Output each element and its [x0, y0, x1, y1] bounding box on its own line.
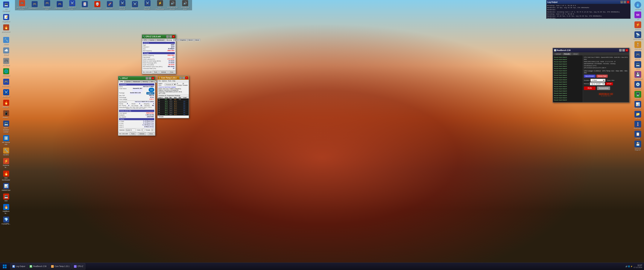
- realbench-max[interactable]: □: [622, 49, 625, 52]
- tab-spd[interactable]: SPD: [174, 39, 179, 41]
- taskbar-item-log-output[interactable]: 📝 Log Output: [10, 263, 27, 270]
- icon-listcell[interactable]: 📋 Listcell: [632, 130, 643, 140]
- icon-mom-backup[interactable]: 💾 Mom Backup: [632, 70, 643, 80]
- start-button[interactable]: [0, 263, 9, 270]
- icon-hp[interactable]: ℹ️ HP Device Info: [1, 135, 11, 146]
- top-icon-hearthstone[interactable]: 🃏 Hearthstone: [79, 1, 91, 10]
- top-icon-street-fighter[interactable]: 🎮 Street Fighter V Champio...: [16, 0, 28, 11]
- tab-memory-2[interactable]: Memory: [142, 80, 149, 83]
- icon-gaming-right[interactable]: 🎮 gaming...: [632, 51, 643, 60]
- tab-about[interactable]: About: [572, 53, 579, 55]
- top-icon-soundblood2[interactable]: 🔊 SoundBlood Blade: [179, 0, 191, 11]
- icon-nzxt[interactable]: 💻 NZXT Solution Center: [1, 120, 11, 133]
- icon-msi[interactable]: 💻 MSI: [1, 193, 11, 202]
- icon-aquasuite[interactable]: 💧 aquasuite: [632, 1, 643, 11]
- tab-mainboard-2[interactable]: Mainboard: [132, 80, 141, 83]
- ct-menu-tools[interactable]: Tools: [168, 80, 171, 82]
- icon-afterburner[interactable]: 🔥 Afterbur...: [1, 99, 11, 109]
- icon-jccheat[interactable]: 🎮 JC Cheat: [1, 57, 11, 67]
- icon-ramdisk[interactable]: 💿 RAMDISK: [632, 80, 643, 90]
- tab-upload[interactable]: Upload: [554, 53, 562, 55]
- core-temp-close[interactable]: ✕: [185, 76, 188, 79]
- threads-input[interactable]: [151, 129, 154, 131]
- icon-battlenet[interactable]: ⚔️ Battle.net: [1, 89, 11, 98]
- tab-spd-2[interactable]: SPD: [150, 80, 155, 83]
- ct-menu-help[interactable]: Help: [172, 80, 175, 82]
- top-icon-wow[interactable]: ⚔️ World of Warcraft: [116, 0, 128, 11]
- icon-icloud[interactable]: ☁️ iCloud: [1, 47, 11, 56]
- icon-hwinfo64[interactable]: 📊 HWiNFO64: [1, 182, 11, 192]
- icon-extreme[interactable]: ⚡ Extreme Te...: [1, 158, 11, 169]
- cpuz-memory-min[interactable]: _: [166, 35, 169, 38]
- icon-premu[interactable]: 📱 Premu...: [1, 110, 11, 119]
- tab-cpu-2[interactable]: CPU: [119, 80, 124, 83]
- icon-my-computer[interactable]: 💻 My Computer: [1, 1, 11, 13]
- cpuz-cpu-max[interactable]: □: [149, 77, 151, 79]
- top-icon-wow2[interactable]: ⚔️ World of Warcraft...: [141, 0, 154, 11]
- realbench-titlebar[interactable]: 📊 RealBench 2.56 _ □ ✕: [553, 48, 629, 52]
- icon-core-temp-right[interactable]: 🌡️ Core temp: [632, 41, 643, 50]
- core-temp-min[interactable]: _: [179, 76, 182, 79]
- icon-litexare[interactable]: 📁 LiteXare: [632, 110, 643, 120]
- cpuz-cpu-tools-btn[interactable]: Tools: [130, 132, 136, 135]
- ct-menu-options[interactable]: Options: [162, 80, 167, 82]
- tab-caches-2[interactable]: Caches: [124, 80, 132, 83]
- icon-asus-right[interactable]: 💻 ASUS: [632, 61, 643, 70]
- icon-nvidia-right[interactable]: 🖥️ nvidia...: [632, 90, 643, 100]
- stress-test-button[interactable]: Stress Test: [596, 75, 608, 78]
- tab-mainboard[interactable]: Mainboard: [156, 39, 165, 41]
- cpuz-tools-btn[interactable]: Tools: [152, 71, 159, 73]
- log-output-titlebar[interactable]: Log Output _ □ ✕: [546, 0, 630, 4]
- icon-extreme-right[interactable]: ⚡ Extreme: [632, 21, 643, 30]
- check-intel-driver[interactable]: Check for Intel Driver Updates: [158, 86, 188, 88]
- icon-pageboss[interactable]: 📝 PageBoss: [1, 14, 11, 23]
- cpuz-close-btn[interactable]: Close: [168, 71, 175, 73]
- icon-intelburn[interactable]: 🔥 IntelBurn Te...: [1, 203, 11, 215]
- icon-otrawn[interactable]: 🌐 OTRAWN: [1, 68, 11, 77]
- cpuz-memory-max[interactable]: □: [169, 35, 172, 38]
- icon-msi-kombustor[interactable]: 🔥 MSI Kombustor: [1, 170, 11, 182]
- cpuz-cpu-close-btn[interactable]: Close: [148, 132, 154, 135]
- icon-64[interactable]: 64 64: [632, 11, 643, 21]
- cpuz-cpu-validate-btn[interactable]: Validate: [138, 132, 146, 135]
- top-icon-doom[interactable]: 💀 Doom (2016): [91, 1, 103, 10]
- top-icon-play-black-2[interactable]: 🎮 Play Black 2...: [54, 1, 66, 10]
- cpuz-cpu-min[interactable]: _: [146, 77, 148, 79]
- tab-caches[interactable]: Caches: [148, 39, 156, 41]
- top-icon-play-black-9[interactable]: 🎮 Play Black 9 7...: [28, 1, 40, 10]
- tab-memory[interactable]: Memory: [165, 39, 173, 41]
- icon-aoi84[interactable]: 🔧 AOI84: [1, 36, 11, 46]
- top-icon-soundblood[interactable]: 🔊 SoundBlood No Booster: [166, 0, 178, 11]
- icon-crystal[interactable]: 💎 CrystalPla...: [1, 216, 11, 226]
- log-maximize-btn[interactable]: □: [624, 1, 626, 3]
- taskbar-item-cpuz[interactable]: 🔧 CPU-Z: [72, 263, 85, 270]
- top-icon-play-black-2-multi[interactable]: 🎮 Play Black 2 Multi: [41, 0, 53, 11]
- icon-sonic-radar[interactable]: 📡 Sonic Radar 3: [632, 31, 643, 40]
- taskbar-item-realbench[interactable]: 📊 RealBench 2.56: [28, 263, 48, 270]
- cpuz-cpu-titlebar[interactable]: 🔧 CPU-Z _ □ ✕: [118, 76, 155, 80]
- run-button[interactable]: RUN: [584, 86, 596, 90]
- tab-about[interactable]: About: [194, 39, 200, 41]
- top-icon-starcraft2[interactable]: 🚀 StarCraft II: [104, 1, 116, 10]
- duration-select[interactable]: 1 Hour: [590, 79, 606, 82]
- log-minimize-btn[interactable]: _: [620, 1, 623, 3]
- cpuz-memory-close[interactable]: ✕: [172, 35, 175, 38]
- icon-realtemp[interactable]: 🌡️ RealTemp...: [632, 120, 643, 130]
- ct-menu-file[interactable]: File: [158, 80, 161, 82]
- socket-selector[interactable]: [126, 129, 136, 131]
- core-temp-max[interactable]: □: [182, 76, 185, 79]
- top-icon-xion[interactable]: ⚡ Xion Powerhouse: [154, 0, 166, 11]
- icon-plasmentur[interactable]: 🔥 plasmentur...: [1, 24, 11, 35]
- top-icon-warcraft3[interactable]: ⚔️ Warcraft III Public...: [66, 0, 78, 11]
- realbench-close[interactable]: ✕: [626, 49, 628, 52]
- realbench-min[interactable]: _: [619, 49, 622, 52]
- tab-bench[interactable]: Bench: [188, 39, 194, 41]
- stop-button[interactable]: STOP: [606, 82, 613, 85]
- cores-input[interactable]: [142, 129, 144, 131]
- icon-cpuid-hw[interactable]: 📊 CPUID HW...: [632, 100, 643, 110]
- log-close-btn[interactable]: ✕: [627, 1, 630, 3]
- memory-select[interactable]: Up to 32GB RAM: [590, 82, 605, 85]
- tab-results[interactable]: Results: [563, 53, 571, 55]
- icon-steamrc[interactable]: 🎮 STEAMrc...: [1, 78, 11, 88]
- tab-cpu[interactable]: CPU: [143, 39, 148, 41]
